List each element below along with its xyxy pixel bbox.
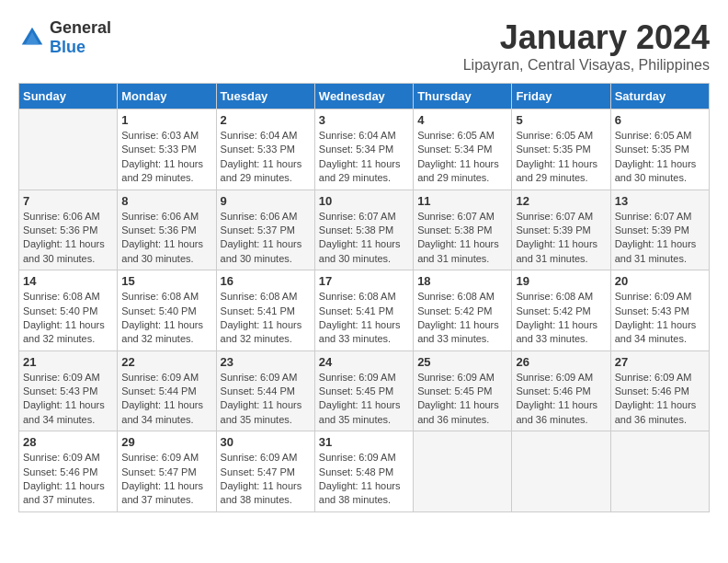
day-number: 2 [221, 113, 311, 127]
day-info: Sunrise: 6:08 AM Sunset: 5:41 PM Dayligh… [221, 290, 311, 347]
calendar-cell: 8Sunrise: 6:06 AM Sunset: 5:36 PM Daylig… [118, 190, 216, 270]
calendar-header-cell: Tuesday [216, 84, 314, 109]
logo-text-general: General [50, 18, 111, 37]
day-number: 31 [319, 435, 409, 449]
day-number: 21 [23, 355, 113, 369]
calendar-cell: 14Sunrise: 6:08 AM Sunset: 5:40 PM Dayli… [19, 270, 118, 351]
day-info: Sunrise: 6:09 AM Sunset: 5:45 PM Dayligh… [417, 371, 507, 428]
calendar-cell: 3Sunrise: 6:04 AM Sunset: 5:34 PM Daylig… [314, 109, 413, 190]
calendar-cell: 30Sunrise: 6:09 AM Sunset: 5:47 PM Dayli… [216, 431, 314, 512]
day-number: 17 [319, 274, 409, 288]
day-info: Sunrise: 6:09 AM Sunset: 5:48 PM Dayligh… [319, 451, 409, 508]
day-number: 16 [221, 274, 311, 288]
calendar-cell [19, 109, 118, 190]
day-number: 15 [121, 274, 211, 288]
day-info: Sunrise: 6:08 AM Sunset: 5:40 PM Dayligh… [23, 290, 113, 347]
day-number: 27 [615, 355, 705, 369]
day-info: Sunrise: 6:09 AM Sunset: 5:43 PM Dayligh… [615, 290, 705, 347]
day-number: 10 [319, 194, 409, 208]
calendar-cell: 11Sunrise: 6:07 AM Sunset: 5:38 PM Dayli… [414, 190, 512, 270]
day-number: 3 [319, 113, 409, 127]
calendar-cell: 31Sunrise: 6:09 AM Sunset: 5:48 PM Dayli… [314, 431, 413, 512]
day-number: 20 [615, 274, 705, 288]
calendar-week-row: 7Sunrise: 6:06 AM Sunset: 5:36 PM Daylig… [19, 190, 710, 270]
calendar-header-cell: Monday [118, 84, 216, 109]
calendar-cell: 5Sunrise: 6:05 AM Sunset: 5:35 PM Daylig… [512, 109, 610, 190]
day-info: Sunrise: 6:04 AM Sunset: 5:33 PM Dayligh… [221, 129, 311, 186]
calendar-cell: 1Sunrise: 6:03 AM Sunset: 5:33 PM Daylig… [118, 109, 216, 190]
day-info: Sunrise: 6:05 AM Sunset: 5:35 PM Dayligh… [615, 129, 705, 186]
day-number: 5 [516, 113, 606, 127]
calendar-cell: 27Sunrise: 6:09 AM Sunset: 5:46 PM Dayli… [610, 350, 709, 431]
calendar-cell: 20Sunrise: 6:09 AM Sunset: 5:43 PM Dayli… [610, 270, 709, 351]
day-info: Sunrise: 6:09 AM Sunset: 5:46 PM Dayligh… [516, 371, 606, 428]
calendar-cell: 10Sunrise: 6:07 AM Sunset: 5:38 PM Dayli… [314, 190, 413, 270]
calendar-week-row: 14Sunrise: 6:08 AM Sunset: 5:40 PM Dayli… [19, 270, 710, 351]
day-info: Sunrise: 6:09 AM Sunset: 5:45 PM Dayligh… [319, 371, 409, 428]
day-info: Sunrise: 6:03 AM Sunset: 5:33 PM Dayligh… [121, 129, 211, 186]
day-number: 4 [417, 113, 507, 127]
calendar-cell: 2Sunrise: 6:04 AM Sunset: 5:33 PM Daylig… [216, 109, 314, 190]
day-info: Sunrise: 6:06 AM Sunset: 5:36 PM Dayligh… [121, 210, 211, 267]
day-info: Sunrise: 6:07 AM Sunset: 5:39 PM Dayligh… [615, 210, 705, 267]
calendar-cell: 7Sunrise: 6:06 AM Sunset: 5:36 PM Daylig… [19, 190, 118, 270]
day-info: Sunrise: 6:05 AM Sunset: 5:34 PM Dayligh… [417, 129, 507, 186]
day-number: 29 [121, 435, 211, 449]
day-number: 18 [417, 274, 507, 288]
day-number: 6 [615, 113, 705, 127]
generalblue-logo-icon [18, 24, 46, 52]
calendar-cell: 28Sunrise: 6:09 AM Sunset: 5:46 PM Dayli… [19, 431, 118, 512]
calendar-cell: 6Sunrise: 6:05 AM Sunset: 5:35 PM Daylig… [610, 109, 709, 190]
day-number: 22 [121, 355, 211, 369]
day-number: 19 [516, 274, 606, 288]
day-number: 26 [516, 355, 606, 369]
day-info: Sunrise: 6:07 AM Sunset: 5:38 PM Dayligh… [319, 210, 409, 267]
title-block: January 2024 Lipayran, Central Visayas, … [463, 18, 710, 74]
day-info: Sunrise: 6:08 AM Sunset: 5:41 PM Dayligh… [319, 290, 409, 347]
calendar-cell: 21Sunrise: 6:09 AM Sunset: 5:43 PM Dayli… [19, 350, 118, 431]
calendar-header-cell: Thursday [414, 84, 512, 109]
day-info: Sunrise: 6:09 AM Sunset: 5:46 PM Dayligh… [23, 451, 113, 508]
calendar-cell: 26Sunrise: 6:09 AM Sunset: 5:46 PM Dayli… [512, 350, 610, 431]
calendar-cell: 25Sunrise: 6:09 AM Sunset: 5:45 PM Dayli… [414, 350, 512, 431]
day-number: 28 [23, 435, 113, 449]
calendar-cell: 23Sunrise: 6:09 AM Sunset: 5:44 PM Dayli… [216, 350, 314, 431]
calendar-header-row: SundayMondayTuesdayWednesdayThursdayFrid… [19, 84, 710, 109]
day-info: Sunrise: 6:08 AM Sunset: 5:42 PM Dayligh… [516, 290, 606, 347]
calendar-cell [414, 431, 512, 512]
calendar-header-cell: Wednesday [314, 84, 413, 109]
page-subtitle: Lipayran, Central Visayas, Philippines [463, 57, 710, 74]
calendar-cell: 17Sunrise: 6:08 AM Sunset: 5:41 PM Dayli… [314, 270, 413, 351]
day-info: Sunrise: 6:07 AM Sunset: 5:38 PM Dayligh… [417, 210, 507, 267]
calendar-cell [610, 431, 709, 512]
day-info: Sunrise: 6:06 AM Sunset: 5:37 PM Dayligh… [221, 210, 311, 267]
calendar-header-cell: Saturday [610, 84, 709, 109]
calendar-cell: 13Sunrise: 6:07 AM Sunset: 5:39 PM Dayli… [610, 190, 709, 270]
day-info: Sunrise: 6:07 AM Sunset: 5:39 PM Dayligh… [516, 210, 606, 267]
day-info: Sunrise: 6:09 AM Sunset: 5:47 PM Dayligh… [221, 451, 311, 508]
calendar-cell: 24Sunrise: 6:09 AM Sunset: 5:45 PM Dayli… [314, 350, 413, 431]
day-number: 13 [615, 194, 705, 208]
day-number: 12 [516, 194, 606, 208]
day-info: Sunrise: 6:09 AM Sunset: 5:44 PM Dayligh… [121, 371, 211, 428]
day-info: Sunrise: 6:09 AM Sunset: 5:46 PM Dayligh… [615, 371, 705, 428]
calendar-cell: 4Sunrise: 6:05 AM Sunset: 5:34 PM Daylig… [414, 109, 512, 190]
logo: General Blue [18, 18, 111, 57]
day-info: Sunrise: 6:09 AM Sunset: 5:47 PM Dayligh… [121, 451, 211, 508]
calendar-body: 1Sunrise: 6:03 AM Sunset: 5:33 PM Daylig… [19, 109, 710, 512]
logo-text-blue: Blue [50, 38, 85, 56]
day-info: Sunrise: 6:04 AM Sunset: 5:34 PM Dayligh… [319, 129, 409, 186]
day-number: 30 [221, 435, 311, 449]
day-info: Sunrise: 6:09 AM Sunset: 5:43 PM Dayligh… [23, 371, 113, 428]
calendar-cell: 16Sunrise: 6:08 AM Sunset: 5:41 PM Dayli… [216, 270, 314, 351]
calendar-cell: 19Sunrise: 6:08 AM Sunset: 5:42 PM Dayli… [512, 270, 610, 351]
day-number: 1 [121, 113, 211, 127]
day-info: Sunrise: 6:09 AM Sunset: 5:44 PM Dayligh… [221, 371, 311, 428]
day-info: Sunrise: 6:08 AM Sunset: 5:40 PM Dayligh… [121, 290, 211, 347]
day-number: 24 [319, 355, 409, 369]
day-info: Sunrise: 6:06 AM Sunset: 5:36 PM Dayligh… [23, 210, 113, 267]
calendar-header-cell: Sunday [19, 84, 118, 109]
calendar-table: SundayMondayTuesdayWednesdayThursdayFrid… [18, 83, 710, 512]
calendar-week-row: 28Sunrise: 6:09 AM Sunset: 5:46 PM Dayli… [19, 431, 710, 512]
calendar-cell: 12Sunrise: 6:07 AM Sunset: 5:39 PM Dayli… [512, 190, 610, 270]
